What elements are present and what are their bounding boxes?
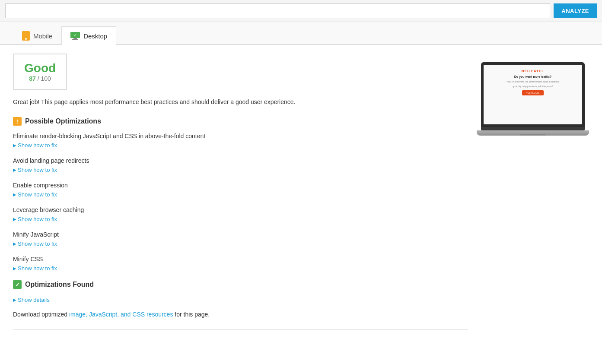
score-value: 87 xyxy=(29,75,36,82)
screen-cta-button: YES PLEASE xyxy=(522,90,544,95)
laptop-hinge xyxy=(481,127,585,130)
success-icon: ✓ xyxy=(13,280,22,289)
screen-headline-suffix: ? xyxy=(550,75,551,78)
show-howto-link-2[interactable]: ▶ Show how to fix xyxy=(13,167,57,173)
screen-headline-bold: more traffic xyxy=(533,75,550,78)
download-link[interactable]: image, JavaScript, and CSS resources xyxy=(69,311,173,318)
optimization-item-6: Minify CSS ▶ Show how to fix xyxy=(13,256,468,272)
show-howto-label-1: Show how to fix xyxy=(18,142,57,149)
download-prefix: Download optimized xyxy=(13,311,69,318)
score-numbers: 87 / 100 xyxy=(29,75,51,82)
screen-headline: Do you want more traffic? xyxy=(514,75,551,79)
url-input[interactable]: http://neilpatel.com/ xyxy=(5,3,550,18)
screen-subtext-2: grow. My only question is, will it be yo… xyxy=(513,85,553,88)
screen-logo: NEILPATEL xyxy=(522,69,544,73)
optimizations-found-label: Optimizations Found xyxy=(25,281,94,288)
show-howto-label-3: Show how to fix xyxy=(18,191,57,198)
score-label: Good xyxy=(24,61,56,75)
tabs-bar: Mobile ✓ Desktop xyxy=(0,22,602,45)
show-howto-link-3[interactable]: ▶ Show how to fix xyxy=(13,191,57,198)
score-max: 100 xyxy=(41,75,51,82)
arrow-icon-details: ▶ xyxy=(13,298,16,302)
optimization-item-4: Leverage browser caching ▶ Show how to f… xyxy=(13,206,468,222)
url-bar: http://neilpatel.com/ ANALYZE xyxy=(0,0,602,22)
screen-content: NEILPATEL Do you want more traffic? Hey,… xyxy=(484,65,582,124)
arrow-icon-4: ▶ xyxy=(13,217,16,222)
laptop-illustration: NEILPATEL Do you want more traffic? Hey,… xyxy=(481,62,585,136)
optimization-title-4: Leverage browser caching xyxy=(13,206,468,213)
show-howto-link-4[interactable]: ▶ Show how to fix xyxy=(13,216,57,222)
show-details-link[interactable]: ▶ Show details xyxy=(13,297,50,303)
download-suffix: for this page. xyxy=(173,311,210,318)
show-howto-label-4: Show how to fix xyxy=(18,216,57,222)
right-panel: NEILPATEL Do you want more traffic? Hey,… xyxy=(477,54,589,330)
optimization-item-5: Minify JavaScript ▶ Show how to fix xyxy=(13,231,468,247)
optimizations-found-heading: ✓ Optimizations Found xyxy=(13,280,468,289)
tab-desktop-label: Desktop xyxy=(83,32,107,40)
score-card: Good 87 / 100 xyxy=(13,54,67,90)
optimization-title-2: Avoid landing page redirects xyxy=(13,157,468,164)
arrow-icon-1: ▶ xyxy=(13,143,16,148)
optimization-title-1: Eliminate render-blocking JavaScript and… xyxy=(13,133,468,139)
arrow-icon-6: ▶ xyxy=(13,266,16,271)
possible-optimizations-heading: ! Possible Optimizations xyxy=(13,117,468,126)
analyze-button[interactable]: ANALYZE xyxy=(554,3,597,18)
optimizations-found-section: ✓ Optimizations Found ▶ Show details xyxy=(13,280,468,303)
description-text: Great job! This page applies most perfor… xyxy=(13,98,468,107)
optimization-title-5: Minify JavaScript xyxy=(13,231,468,238)
possible-optimizations-label: Possible Optimizations xyxy=(25,117,101,125)
optimization-item-1: Eliminate render-blocking JavaScript and… xyxy=(13,133,468,149)
laptop-screen-outer: NEILPATEL Do you want more traffic? Hey,… xyxy=(481,62,585,127)
tab-mobile[interactable]: Mobile xyxy=(13,26,61,45)
screen-subtext-1: Hey, I'm Neil Patel. I'm determined to m… xyxy=(507,80,559,83)
tab-desktop[interactable]: ✓ Desktop xyxy=(61,26,116,45)
arrow-icon-3: ▶ xyxy=(13,192,16,197)
show-howto-label-5: Show how to fix xyxy=(18,241,57,247)
tab-mobile-label: Mobile xyxy=(33,32,52,40)
show-howto-label-6: Show how to fix xyxy=(18,265,57,272)
arrow-icon-2: ▶ xyxy=(13,168,16,172)
main-content: Good 87 / 100 Great job! This page appli… xyxy=(0,45,602,339)
mobile-icon xyxy=(22,31,30,41)
show-howto-link-5[interactable]: ▶ Show how to fix xyxy=(13,241,57,247)
laptop-screen-inner: NEILPATEL Do you want more traffic? Hey,… xyxy=(484,65,582,124)
optimization-item-3: Enable compression ▶ Show how to fix xyxy=(13,182,468,198)
show-howto-link-6[interactable]: ▶ Show how to fix xyxy=(13,265,57,272)
optimization-title-3: Enable compression xyxy=(13,182,468,189)
content-divider xyxy=(13,329,468,330)
optimization-title-6: Minify CSS xyxy=(13,256,468,263)
screen-headline-prefix: Do you want xyxy=(514,75,533,78)
show-details-label: Show details xyxy=(18,297,50,303)
optimization-item-2: Avoid landing page redirects ▶ Show how … xyxy=(13,157,468,173)
left-panel: Good 87 / 100 Great job! This page appli… xyxy=(13,54,468,330)
show-howto-link-1[interactable]: ▶ Show how to fix xyxy=(13,142,57,149)
download-text: Download optimized image, JavaScript, an… xyxy=(13,310,468,319)
show-howto-label-2: Show how to fix xyxy=(18,167,57,173)
laptop-base xyxy=(477,130,589,136)
desktop-icon: ✓ xyxy=(70,32,80,40)
arrow-icon-5: ▶ xyxy=(13,241,16,246)
warning-icon: ! xyxy=(13,117,22,126)
